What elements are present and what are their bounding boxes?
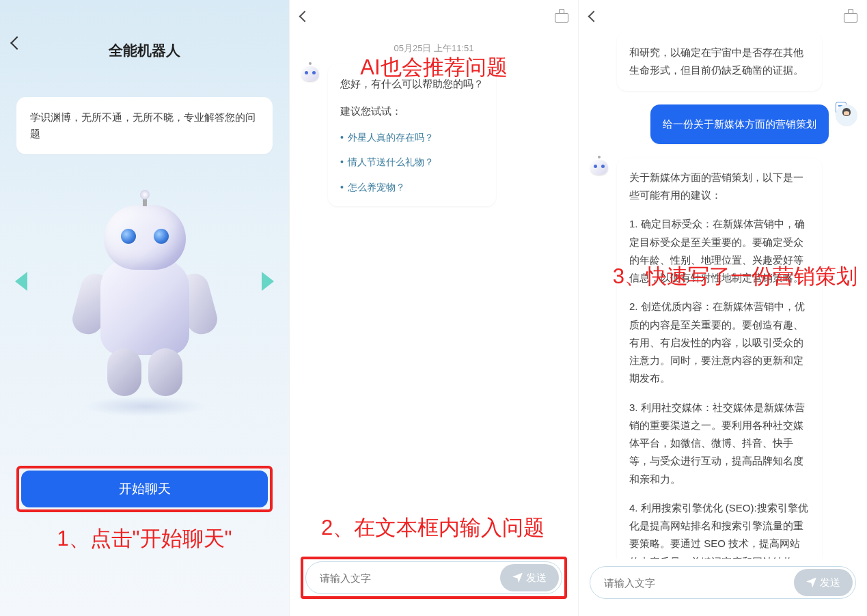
carousel-next-icon[interactable] (262, 272, 274, 291)
bot-text: 3. 利用社交媒体：社交媒体是新媒体营销的重要渠道之一。要利用各种社交媒体平台，… (629, 399, 810, 488)
annotation-ai-suggest: AI也会推荐问题 (360, 53, 507, 82)
bot-message-row: 和研究，以确定在宇宙中是否存在其他生命形式，但目前仍缺乏确凿的证据。 (579, 33, 867, 98)
robot-image (42, 191, 247, 423)
bot-avatar-icon (588, 158, 610, 180)
suggestion-link[interactable]: 怎么养宠物？ (340, 179, 484, 196)
chat-input[interactable] (320, 572, 500, 584)
top-bar (579, 0, 867, 33)
annotation-step1: 1、点击"开始聊天" (57, 524, 232, 553)
suggestion-lead: 建议您试试： (340, 102, 484, 120)
back-icon[interactable] (299, 11, 311, 23)
back-icon[interactable] (588, 11, 600, 23)
suggestion-link[interactable]: 外星人真的存在吗？ (340, 129, 484, 146)
send-label: 发送 (526, 572, 547, 585)
bot-text: 关于新媒体方面的营销策划，以下是一些可能有用的建议： (629, 169, 810, 205)
bot-bubble: 关于新媒体方面的营销策划，以下是一些可能有用的建议： 1. 确定目标受众：在新媒… (617, 158, 822, 559)
user-message-row: 给一份关于新媒体方面的营销策划 (579, 98, 867, 151)
send-icon (806, 578, 816, 588)
start-chat-button[interactable]: 开始聊天 (21, 471, 268, 507)
chat-input-bar: 发送 (590, 566, 856, 599)
top-bar (290, 0, 578, 33)
chat-input-bar: 发送 (305, 561, 562, 594)
bot-avatar-icon (299, 64, 321, 86)
bot-message-row: 关于新媒体方面的营销策划，以下是一些可能有用的建议： 1. 确定目标受众：在新媒… (579, 151, 867, 559)
user-bubble: 给一份关于新媒体方面的营销策划 (650, 104, 829, 144)
send-icon (512, 573, 523, 583)
menu-icon[interactable] (844, 10, 856, 23)
user-avatar-icon (836, 104, 857, 126)
page-title: 全能机器人 (0, 0, 289, 60)
bot-text: 和研究，以确定在宇宙中是否存在其他生命形式，但目前仍缺乏确凿的证据。 (629, 46, 803, 76)
annotation-step2: 2、在文本框内输入问题 (321, 514, 545, 542)
suggestion-link[interactable]: 情人节送什么礼物？ (340, 154, 484, 171)
annotation-step3: 3、快速写了一份营销策划 (613, 262, 857, 291)
intro-screen: 全能机器人 学识渊博，无所不通，无所不晓，专业解答您的问题 开始聊天 1、点击"… (0, 0, 289, 616)
bot-bubble: 和研究，以确定在宇宙中是否存在其他生命形式，但目前仍缺乏确凿的证据。 (617, 33, 822, 91)
chat-screen-reply: 和研究，以确定在宇宙中是否存在其他生命形式，但目前仍缺乏确凿的证据。 给一份关于… (578, 0, 867, 616)
bot-text: 4. 利用搜索引擎优化 (SEO):搜索引擎优化是提高网站排名和搜索引擎流量的重… (629, 499, 810, 559)
chat-screen-suggestions: 05月25日 上午11:51 AI也会推荐问题 您好，有什么可以帮助您的吗？ 建… (289, 0, 578, 616)
input-highlight: 发送 (301, 557, 567, 599)
send-label: 发送 (820, 576, 840, 589)
input-area: 发送 (590, 566, 856, 599)
bot-bubble: 您好，有什么可以帮助您的吗？ 建议您试试： 外星人真的存在吗？ 情人节送什么礼物… (328, 64, 496, 206)
menu-icon[interactable] (555, 10, 567, 23)
chat-input[interactable] (604, 577, 794, 589)
chat-scroll-area[interactable]: 和研究，以确定在宇宙中是否存在其他生命形式，但目前仍缺乏确凿的证据。 给一份关于… (579, 33, 867, 559)
start-button-highlight: 开始聊天 (16, 466, 273, 512)
bot-text: 2. 创造优质内容：在新媒体营销中，优质的内容是至关重要的。要创造有趣、有用、有… (629, 298, 810, 387)
send-button[interactable]: 发送 (794, 569, 853, 596)
carousel-prev-icon[interactable] (15, 272, 27, 291)
send-button[interactable]: 发送 (500, 564, 559, 591)
intro-text: 学识渊博，无所不通，无所不晓，专业解答您的问题 (16, 97, 273, 154)
